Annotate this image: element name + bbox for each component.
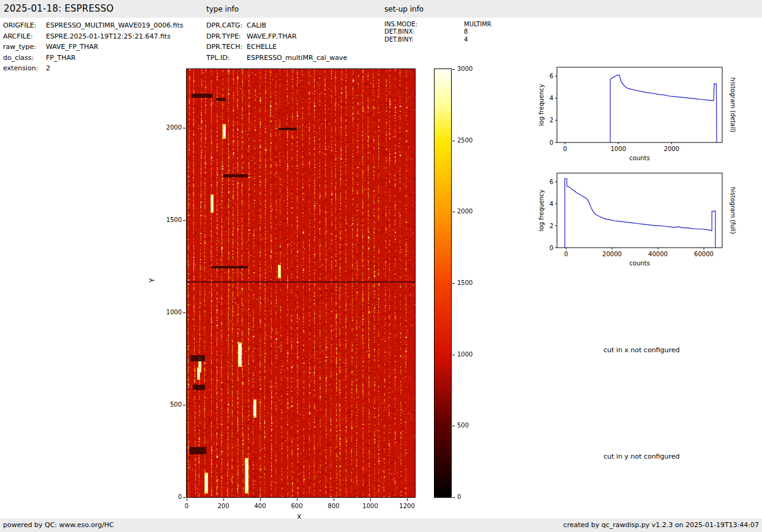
meta-row-dprcatg: DPR.CATG:CALIB: [206, 20, 347, 31]
meta-value: CALIB: [247, 20, 266, 31]
main-plot-xtick-label: 1000: [358, 503, 383, 509]
meta-value: 8: [464, 28, 468, 35]
meta-value: 2: [46, 63, 50, 74]
xtick-label: 40000: [648, 251, 668, 257]
colorbar-gradient: [435, 69, 451, 497]
meta-label: do_class:: [3, 53, 46, 64]
main-plot-ytick: [183, 128, 185, 128]
footer-created-by: created by qc_rawdisp.py v1.2.3 on 2025-…: [563, 521, 759, 529]
main-plot-xtick: [297, 498, 297, 501]
colorbar-tick-label: 0: [457, 493, 461, 500]
hist-side-label: histogram (full): [730, 187, 736, 234]
colorbar-tick-label: 1000: [457, 351, 473, 358]
main-plot-xtick-label: 0: [174, 503, 199, 509]
main-plot-ytick-label: 1000: [160, 309, 182, 316]
xtick-label: 1000: [610, 146, 626, 152]
cut-in-y-message: cut in y not configured: [603, 453, 680, 460]
main-plot-xtick: [407, 498, 408, 501]
meta-row-arcfile: ARCFILE:ESPRE.2025-01-19T12:25:21.647.fi…: [3, 31, 184, 42]
main-plot-ytick: [183, 220, 185, 221]
main-plot-ytick: [183, 312, 185, 313]
meta-row-dprtech: DPR.TECH:ECHELLE: [206, 42, 347, 53]
type-info-heading: type info: [206, 5, 239, 13]
raw-frame-image: [187, 69, 415, 497]
colorbar-tick: [452, 141, 455, 141]
meta-row-extension: extension:2: [3, 63, 184, 74]
histogram-detail-plot: 0100020000246countslog frequencyhistogra…: [539, 64, 744, 167]
meta-row-detbinx: DET.BINX:8: [384, 28, 491, 35]
meta-label: extension:: [3, 63, 46, 74]
main-plot-ytick: [183, 405, 185, 405]
main-plot-xtick: [223, 498, 224, 501]
colorbar-tick: [452, 283, 455, 284]
main-plot-ytick-label: 2000: [160, 124, 182, 131]
meta-row-doclass: do_class:FP_THAR: [3, 53, 184, 64]
meta-value: FP_THAR: [46, 53, 76, 64]
metadata-type-column: DPR.CATG:CALIB DPR.TYPE:WAVE,FP,THAR DPR…: [206, 20, 347, 63]
xtick-label: 60000: [694, 251, 714, 257]
ytick-label: 2: [550, 117, 553, 124]
colorbar-tick-label: 500: [457, 422, 469, 429]
main-plot-xtick-label: 200: [211, 503, 236, 509]
ytick-label: 4: [550, 201, 553, 207]
axes-frame: [557, 173, 722, 248]
meta-label: raw_type:: [3, 42, 46, 53]
main-plot-xtick-label: 600: [285, 503, 309, 509]
meta-row-origfile: ORIGFILE:ESPRESSO_MULTIMR_WAVE019_0006.f…: [3, 20, 184, 31]
colorbar-tick: [452, 355, 455, 355]
xtick-label: 0: [564, 251, 568, 257]
metadata-setup-column: INS.MODE:MULTIMR DET.BINX:8 DET.BINY:4: [384, 21, 491, 43]
colorbar-tick-label: 3000: [457, 65, 473, 72]
cut-in-x-message: cut in x not configured: [603, 346, 680, 354]
histogram-full-plot: 02000040000600000246countslog frequencyh…: [539, 170, 744, 273]
hist-ylabel: log frequency: [539, 84, 545, 126]
header-bar: 2025-01-18: ESPRESSO type info set-up in…: [0, 0, 762, 18]
main-plot-xtick-label: 1200: [395, 503, 419, 509]
meta-label: DPR.CATG:: [206, 20, 247, 31]
main-plot-ytick-label: 1500: [160, 216, 182, 223]
hist-side-label: histogram (detail): [730, 78, 736, 133]
setup-info-heading: set-up info: [384, 5, 424, 13]
axes-frame: [557, 67, 722, 142]
meta-value: 4: [464, 36, 468, 43]
ytick-label: 0: [550, 245, 553, 251]
xtick-label: 2000: [664, 146, 679, 152]
meta-value: MULTIMR: [464, 21, 491, 28]
colorbar-tick: [452, 497, 455, 498]
hist-ylabel: log frequency: [539, 190, 545, 232]
main-plot-xtick-label: 800: [321, 503, 346, 509]
main-plot-ylabel: Y: [148, 278, 156, 283]
ytick-label: 0: [550, 139, 553, 146]
colorbar-tick: [452, 212, 455, 212]
meta-value: WAVE_FP_THAR: [46, 42, 99, 53]
meta-value: WAVE,FP,THAR: [247, 31, 297, 42]
xtick-label: 0: [563, 146, 567, 152]
colorbar-tick-label: 2500: [457, 137, 473, 144]
qc-report-page: 2025-01-18: ESPRESSO type info set-up in…: [0, 0, 762, 532]
meta-label: ARCFILE:: [3, 31, 46, 42]
xtick-label: 20000: [602, 251, 622, 257]
meta-value: ESPRESSO_multiMR_cal_wave: [247, 53, 347, 64]
main-plot-ytick: [183, 497, 185, 498]
meta-row-rawtype: raw_type:WAVE_FP_THAR: [3, 42, 184, 53]
meta-value: ESPRE.2025-01-19T12:25:21.647.fits: [46, 31, 171, 42]
meta-row-insmode: INS.MODE:MULTIMR: [384, 21, 491, 28]
hist-xlabel: counts: [629, 155, 649, 161]
meta-label: INS.MODE:: [384, 21, 464, 28]
main-plot-xtick: [370, 498, 371, 501]
ytick-label: 4: [550, 95, 553, 102]
hist-xlabel: counts: [629, 260, 649, 267]
meta-label: DET.BINY:: [384, 36, 464, 43]
meta-value: ESPRESSO_MULTIMR_WAVE019_0006.fits: [46, 20, 184, 31]
main-plot-ytick-label: 500: [160, 401, 182, 408]
ytick-label: 6: [550, 73, 553, 79]
meta-value: ECHELLE: [247, 42, 277, 53]
footer-powered-by: powered by QC: www.eso.org/HC: [3, 521, 114, 529]
ytick-label: 2: [550, 223, 553, 229]
meta-row-dprtype: DPR.TYPE:WAVE,FP,THAR: [206, 31, 347, 42]
main-plot-xtick: [187, 498, 187, 501]
histogram-line: [565, 179, 715, 248]
metadata-file-column: ORIGFILE:ESPRESSO_MULTIMR_WAVE019_0006.f…: [3, 20, 184, 74]
meta-label: DPR.TYPE:: [206, 31, 247, 42]
meta-row-detbiny: DET.BINY:4: [384, 36, 491, 43]
